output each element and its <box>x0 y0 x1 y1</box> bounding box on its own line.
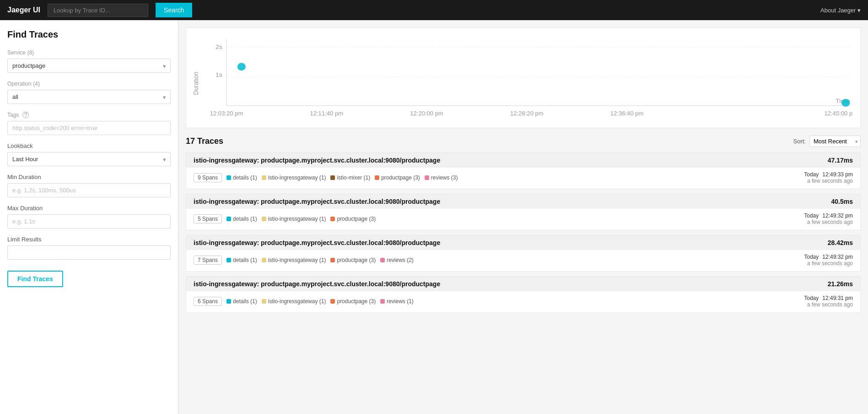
spans-badge: 7 Spans <box>194 256 222 265</box>
svg-text:12:36:40 pm: 12:36:40 pm <box>610 111 644 117</box>
app-header: Jaeger UI Search About Jaeger ▾ <box>0 0 868 20</box>
tags-help-icon[interactable]: ? <box>22 112 29 118</box>
traces-header: 17 Traces Sort: Most Recent Longest Firs… <box>186 136 861 147</box>
spans-badge: 6 Spans <box>194 297 222 306</box>
service-dot-icon <box>226 299 231 304</box>
service-tag: istio-ingressgateway (1) <box>262 174 326 181</box>
svg-text:12:03:20 pm: 12:03:20 pm <box>210 111 243 117</box>
svg-text:12:20:00 pm: 12:20:00 pm <box>410 111 443 117</box>
trace-duration: 47.17ms <box>828 157 853 164</box>
service-tag-label: details (1) <box>233 216 257 222</box>
service-tag-label: details (1) <box>233 257 257 263</box>
brand-logo: Jaeger UI <box>7 6 40 14</box>
trace-date: Today <box>804 254 819 260</box>
trace-date: Today <box>804 295 819 301</box>
spans-badge: 9 Spans <box>194 173 222 182</box>
trace-service-name: istio-ingressgateway: productpage.myproj… <box>194 280 440 288</box>
trace-spans-tags: 5 Spans details (1) istio-ingressgateway… <box>194 214 376 223</box>
max-duration-label: Max Duration <box>7 205 171 212</box>
trace-service-name: istio-ingressgateway: productpage.myproj… <box>194 198 440 205</box>
sort-label: Sort: <box>793 138 806 145</box>
trace-duration: 40.5ms <box>831 198 853 205</box>
trace-card-body: 9 Spans details (1) istio-ingressgateway… <box>186 168 860 189</box>
svg-text:12:28:20 pm: 12:28:20 pm <box>510 111 544 117</box>
trace-card[interactable]: istio-ingressgateway: productpage.myproj… <box>186 276 861 313</box>
service-tag-label: reviews (1) <box>387 298 414 305</box>
header-search-button[interactable]: Search <box>156 3 192 17</box>
service-label: Service (8) <box>7 49 171 56</box>
min-duration-group: Min Duration <box>7 174 171 197</box>
trace-time-row: Today 12:49:32 pm <box>804 212 853 219</box>
service-tag-label: istio-ingressgateway (1) <box>268 174 326 181</box>
operation-label: Operation (4) <box>7 80 171 87</box>
about-jaeger-menu[interactable]: About Jaeger ▾ <box>820 7 861 14</box>
sort-select-wrapper: Most Recent Longest First Shortest First… <box>809 136 861 147</box>
service-dot-icon <box>330 299 335 304</box>
svg-text:Duration: Duration <box>194 72 200 95</box>
service-tag: details (1) <box>226 298 257 305</box>
limit-results-input[interactable]: 20 <box>7 245 171 260</box>
trace-ago: a few seconds ago <box>804 301 853 308</box>
trace-ago: a few seconds ago <box>804 178 853 184</box>
service-dot-icon <box>226 217 231 221</box>
trace-clock: 12:49:32 pm <box>822 254 853 260</box>
trace-duration: 28.42ms <box>828 239 853 246</box>
trace-spans-tags: 6 Spans details (1) istio-ingressgateway… <box>194 297 414 306</box>
lookback-select[interactable]: Last Hour <box>7 152 171 166</box>
service-tag-label: reviews (2) <box>387 257 414 263</box>
service-dot-icon <box>330 258 335 262</box>
find-traces-button[interactable]: Find Traces <box>7 271 63 287</box>
tags-label: Tags ? <box>7 111 171 118</box>
service-tag-label: istio-mixer (1) <box>337 174 370 181</box>
service-group: Service (8) productpage <box>7 49 171 73</box>
traces-count: 17 Traces <box>186 136 223 146</box>
svg-point-15 <box>841 99 850 107</box>
service-dot-icon <box>375 175 379 180</box>
service-dot-icon <box>262 175 266 180</box>
service-dot-icon <box>262 299 266 304</box>
trace-time-info: Today 12:49:33 pm a few seconds ago <box>804 171 853 184</box>
svg-text:1s: 1s <box>216 71 222 78</box>
trace-card[interactable]: istio-ingressgateway: productpage.myproj… <box>186 153 861 189</box>
service-tag-label: details (1) <box>233 174 257 181</box>
main-content: 2s 1s Duration 12:03:20 pm 12:11:40 pm 1… <box>178 20 868 414</box>
limit-results-label: Limit Results <box>7 236 171 243</box>
trace-clock: 12:49:32 pm <box>822 212 853 219</box>
trace-time-row: Today 12:49:33 pm <box>804 171 853 178</box>
trace-duration: 21.26ms <box>828 280 853 288</box>
trace-cards-container: istio-ingressgateway: productpage.myproj… <box>186 153 861 313</box>
trace-clock: 12:49:31 pm <box>822 295 853 301</box>
max-duration-input[interactable] <box>7 214 171 229</box>
lookback-select-wrapper: Last Hour <box>7 152 171 166</box>
svg-text:2s: 2s <box>216 43 222 50</box>
trace-card-header: istio-ingressgateway: productpage.myproj… <box>186 277 860 291</box>
service-tag-label: istio-ingressgateway (1) <box>268 257 326 263</box>
service-tag: reviews (3) <box>425 174 458 181</box>
service-select[interactable]: productpage <box>7 59 171 73</box>
tags-input[interactable] <box>7 121 171 135</box>
service-tag-label: istio-ingressgateway (1) <box>268 216 326 222</box>
operation-select[interactable]: all <box>7 90 171 104</box>
service-dot-icon <box>425 175 429 180</box>
service-tag-label: productpage (3) <box>337 257 376 263</box>
service-tag: istio-mixer (1) <box>330 174 370 181</box>
trace-card-body: 5 Spans details (1) istio-ingressgateway… <box>186 209 860 230</box>
trace-id-input[interactable] <box>48 4 148 17</box>
trace-card[interactable]: istio-ingressgateway: productpage.myproj… <box>186 235 861 272</box>
trace-service-name: istio-ingressgateway: productpage.myproj… <box>194 157 440 164</box>
service-tag: productpage (3) <box>375 174 420 181</box>
trace-card-header: istio-ingressgateway: productpage.myproj… <box>186 194 860 209</box>
trace-date: Today <box>804 212 819 219</box>
lookback-group: Lookback Last Hour <box>7 142 171 166</box>
svg-text:12:11:40 pm: 12:11:40 pm <box>310 111 343 117</box>
trace-service-name: istio-ingressgateway: productpage.myproj… <box>194 239 440 246</box>
min-duration-input[interactable] <box>7 183 171 197</box>
service-tag-label: productpage (3) <box>381 174 420 181</box>
trace-card[interactable]: istio-ingressgateway: productpage.myproj… <box>186 194 861 230</box>
service-tag: details (1) <box>226 257 257 263</box>
trace-spans-tags: 7 Spans details (1) istio-ingressgateway… <box>194 256 414 265</box>
sort-select[interactable]: Most Recent Longest First Shortest First… <box>809 136 861 147</box>
min-duration-label: Min Duration <box>7 174 171 180</box>
trace-spans-tags: 9 Spans details (1) istio-ingressgateway… <box>194 173 458 182</box>
service-dot-icon <box>226 258 231 262</box>
